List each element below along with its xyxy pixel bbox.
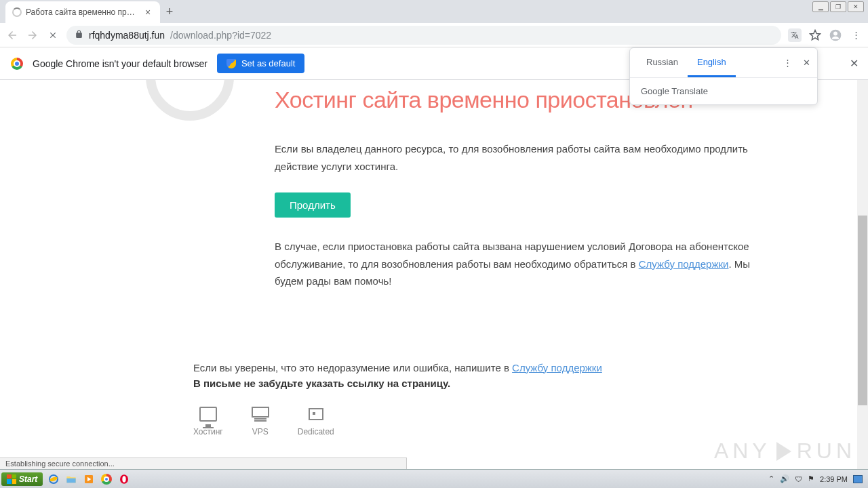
- url-path: /download.php?id=7022: [170, 30, 271, 41]
- page-viewport: Хостинг сайта временно приостановлен Есл…: [0, 80, 868, 469]
- shield-icon: [226, 59, 236, 68]
- support-link-1[interactable]: Службу поддержки: [639, 258, 729, 270]
- lock-icon: [75, 30, 83, 41]
- start-button[interactable]: Start: [1, 472, 43, 486]
- scrollbar-thumb[interactable]: [858, 216, 867, 405]
- contract-paragraph: В случае, если приостановка работы сайта…: [275, 238, 763, 290]
- vertical-scrollbar[interactable]: [857, 80, 868, 469]
- browser-tab[interactable]: Работа сайта временно приостано ×: [5, 1, 160, 23]
- footer-line-1: Если вы уверены, что это недоразумение и…: [193, 362, 763, 373]
- taskbar-chrome-icon[interactable]: [98, 472, 115, 487]
- tray-clock[interactable]: 2:39 PM: [820, 475, 848, 483]
- f1-text: Если вы уверены, что это недоразумение и…: [193, 362, 512, 373]
- infobar-text: Google Chrome isn't your default browser: [33, 58, 208, 69]
- vps-icon: [252, 407, 269, 422]
- watermark-b: RUN: [797, 439, 856, 464]
- set-default-label: Set as default: [241, 58, 296, 68]
- translate-menu-icon[interactable]: ⋮: [783, 58, 792, 68]
- maximize-button[interactable]: ❐: [830, 1, 846, 12]
- svg-point-6: [123, 476, 126, 482]
- system-tray: ⌃ 🔊 🛡 ⚑ 2:39 PM: [768, 474, 867, 483]
- vps-link[interactable]: VPS: [252, 407, 269, 436]
- svg-point-1: [833, 31, 837, 35]
- taskbar-opera-icon[interactable]: [116, 472, 132, 487]
- suspended-ring-icon: [146, 80, 234, 121]
- translate-tab-russian[interactable]: Russian: [637, 48, 688, 77]
- browser-toolbar: rfqhdyma88utj.fun/download.php?id=7022 ⋮: [0, 23, 868, 47]
- vps-label: VPS: [252, 427, 269, 436]
- watermark-a: ANY: [714, 439, 771, 464]
- anyrun-watermark: ANY RUN: [714, 439, 856, 464]
- address-bar[interactable]: rfqhdyma88utj.fun/download.php?id=7022: [66, 26, 781, 45]
- forward-button[interactable]: [26, 28, 39, 42]
- window-close-button[interactable]: ✕: [848, 1, 864, 12]
- infobar-close-icon[interactable]: ✕: [850, 57, 859, 70]
- tray-volume-icon[interactable]: 🔊: [780, 474, 789, 483]
- translate-footer: Google Translate: [630, 78, 817, 104]
- translate-tab-english[interactable]: English: [688, 48, 736, 77]
- window-controls: ▁ ❐ ✕: [812, 1, 864, 12]
- tray-expand-icon[interactable]: ⌃: [768, 474, 774, 483]
- tray-desktop-icon[interactable]: [853, 475, 863, 483]
- translate-word: Translate: [669, 86, 708, 96]
- bookmark-star-icon[interactable]: [808, 28, 822, 42]
- hosting-link[interactable]: Хостинг: [193, 407, 223, 436]
- renew-button[interactable]: Продлить: [275, 192, 351, 218]
- status-bar: Establishing secure connection...: [0, 458, 407, 469]
- arrow-left-icon: [6, 29, 18, 41]
- windows-taskbar: Start ⌃ 🔊 🛡 ⚑ 2:39 PM: [0, 469, 868, 488]
- footer-line-2: В письме не забудьте указать ссылку на с…: [193, 378, 763, 389]
- google-brand: Google: [641, 86, 669, 96]
- tray-flag-icon[interactable]: ⚑: [808, 474, 814, 483]
- tab-strip: Работа сайта временно приостано × + ▁ ❐ …: [0, 0, 868, 23]
- new-tab-button[interactable]: +: [160, 5, 179, 19]
- close-icon: [48, 30, 58, 40]
- dedicated-label: Dedicated: [298, 427, 334, 436]
- chrome-logo-icon: [11, 58, 23, 70]
- arrow-right-icon: [26, 29, 39, 41]
- stop-reload-button[interactable]: [46, 28, 60, 42]
- taskbar-media-icon[interactable]: [81, 472, 97, 487]
- taskbar-ie-icon[interactable]: [45, 472, 62, 487]
- service-links: Хостинг VPS Dedicated: [193, 407, 763, 436]
- play-triangle-icon: [776, 442, 791, 461]
- dedicated-link[interactable]: Dedicated: [298, 407, 334, 436]
- translate-popup: Russian English ⋮ ✕ Google Translate: [629, 47, 818, 105]
- minimize-button[interactable]: ▁: [812, 1, 829, 12]
- set-default-button[interactable]: Set as default: [217, 54, 305, 73]
- taskbar-explorer-icon[interactable]: [63, 472, 79, 487]
- start-label: Start: [19, 474, 37, 484]
- intro-paragraph: Если вы владелец данного ресурса, то для…: [275, 140, 763, 175]
- tab-close-icon[interactable]: ×: [142, 7, 153, 18]
- profile-avatar-icon[interactable]: [829, 28, 842, 42]
- windows-logo-icon: [7, 474, 16, 484]
- chrome-menu-icon[interactable]: ⋮: [849, 28, 863, 42]
- hosting-icon: [199, 407, 217, 422]
- tray-security-icon[interactable]: 🛡: [795, 475, 802, 483]
- translate-icon[interactable]: [788, 28, 802, 42]
- back-button[interactable]: [5, 28, 19, 42]
- url-host: rfqhdyma88utj.fun: [89, 30, 165, 41]
- loading-spinner-icon: [12, 7, 22, 17]
- support-link-2[interactable]: Службу поддержки: [512, 362, 602, 373]
- tab-title: Работа сайта временно приостано: [26, 7, 138, 17]
- dedicated-icon: [307, 407, 325, 422]
- hosting-label: Хостинг: [193, 427, 223, 436]
- translate-close-icon[interactable]: ✕: [803, 58, 810, 68]
